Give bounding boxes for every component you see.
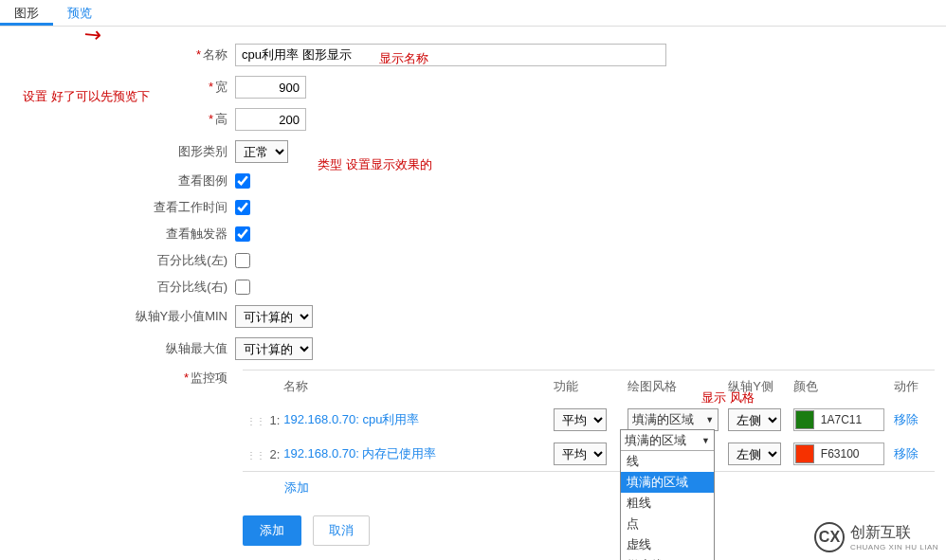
dropdown-option[interactable]: 线 xyxy=(621,451,714,472)
remove-link[interactable]: 移除 xyxy=(894,446,919,461)
monitor-table: 名称 功能 绘图风格 纵轴Y侧 颜色 动作 ⋮⋮1: 192.168.0.70:… xyxy=(243,370,935,472)
legend-label: 查看图例 xyxy=(0,172,235,190)
th-name: 名称 xyxy=(283,378,553,395)
name-label: *名称 xyxy=(0,46,235,63)
tab-preview[interactable]: 预览 xyxy=(53,0,106,26)
table-header: 名称 功能 绘图风格 纵轴Y侧 颜色 动作 xyxy=(243,370,935,403)
logo-icon: CX xyxy=(814,522,845,552)
monitor-label: *监控项 xyxy=(0,370,235,387)
add-row-link[interactable]: 添加 xyxy=(284,480,309,495)
pct-right-label: 百分比线(右) xyxy=(0,279,235,296)
dropdown-option[interactable]: 点 xyxy=(621,514,714,534)
row-name-link[interactable]: 192.168.0.70: 内存已使用率 xyxy=(283,446,436,461)
logo-en: CHUANG XIN HU LIAN xyxy=(850,543,938,551)
pct-right-checkbox[interactable] xyxy=(235,280,250,295)
chevron-down-icon: ▼ xyxy=(701,436,710,445)
ymin-select[interactable]: 可计算的 xyxy=(235,305,313,328)
remove-link[interactable]: 移除 xyxy=(894,412,919,426)
drag-handle-icon[interactable]: ⋮⋮ xyxy=(246,416,265,426)
trigger-checkbox[interactable] xyxy=(235,226,250,242)
annotation-style-hint: 显示 风格 xyxy=(701,389,755,406)
tabs-bar: 图形 预览 xyxy=(0,0,946,27)
height-label: *高 xyxy=(0,111,235,128)
drag-handle-icon[interactable]: ⋮⋮ xyxy=(246,450,265,461)
color-picker[interactable]: F63100 xyxy=(793,443,884,465)
tab-graphic[interactable]: 图形 xyxy=(0,0,53,26)
height-input[interactable] xyxy=(235,108,306,131)
ymax-label: 纵轴最大值 xyxy=(0,340,235,357)
yside-select[interactable]: 左侧 xyxy=(728,443,781,465)
pct-left-label: 百分比线(左) xyxy=(0,252,235,269)
th-color: 颜色 xyxy=(793,378,894,395)
style-select[interactable]: 填满的区域▼ xyxy=(628,408,719,431)
row-name-link[interactable]: 192.168.0.70: cpu利用率 xyxy=(283,412,419,426)
pct-left-checkbox[interactable] xyxy=(235,253,250,268)
th-action: 动作 xyxy=(894,378,931,395)
logo-cn: 创新互联 xyxy=(850,523,938,543)
annotation-name-hint: 显示名称 xyxy=(379,50,428,67)
annotation-type-hint: 类型 设置显示效果的 xyxy=(318,156,432,173)
type-select[interactable]: 正常 xyxy=(235,140,288,163)
brand-logo: CX 创新互联 CHUANG XIN HU LIAN xyxy=(814,522,938,552)
width-input[interactable] xyxy=(235,76,306,99)
add-button[interactable]: 添加 xyxy=(243,515,301,546)
dropdown-option[interactable]: 梯度线 xyxy=(621,555,714,560)
row-index: 1: xyxy=(269,413,280,427)
func-select[interactable]: 平均 xyxy=(554,408,607,431)
ymin-label: 纵轴Y最小值MIN xyxy=(0,308,235,325)
name-input[interactable] xyxy=(235,44,666,66)
trigger-label: 查看触发器 xyxy=(0,226,235,243)
legend-checkbox[interactable] xyxy=(235,173,250,189)
func-select[interactable]: 平均 xyxy=(554,443,607,465)
worktime-checkbox[interactable] xyxy=(235,200,250,215)
dropdown-option[interactable]: 虚线 xyxy=(621,534,714,555)
annotation-preview-hint: 设置 好了可以先预览下 xyxy=(23,88,150,105)
dropdown-option[interactable]: 粗线 xyxy=(621,493,714,514)
worktime-label: 查看工作时间 xyxy=(0,199,235,216)
yside-select[interactable]: 左侧 xyxy=(728,408,781,431)
cancel-button[interactable]: 取消 xyxy=(313,515,370,546)
th-func: 功能 xyxy=(554,378,628,395)
table-row: ⋮⋮2: 192.168.0.70: 内存已使用率 平均 左侧 F63100 移… xyxy=(243,437,935,471)
type-label: 图形类别 xyxy=(0,143,235,160)
ymax-select[interactable]: 可计算的 xyxy=(235,337,313,360)
style-dropdown-open: 填满的区域▼ 线 填满的区域 粗线 点 虚线 梯度线 xyxy=(620,429,715,560)
add-row-area: 添加 xyxy=(243,472,946,510)
dropdown-current[interactable]: 填满的区域▼ xyxy=(621,430,714,451)
table-row: ⋮⋮1: 192.168.0.70: cpu利用率 平均 填满的区域▼ 左侧 1… xyxy=(243,403,935,437)
color-picker[interactable]: 1A7C11 xyxy=(793,408,884,431)
dropdown-option[interactable]: 填满的区域 xyxy=(621,472,714,493)
chevron-down-icon: ▼ xyxy=(705,415,714,425)
row-index: 2: xyxy=(269,447,280,461)
